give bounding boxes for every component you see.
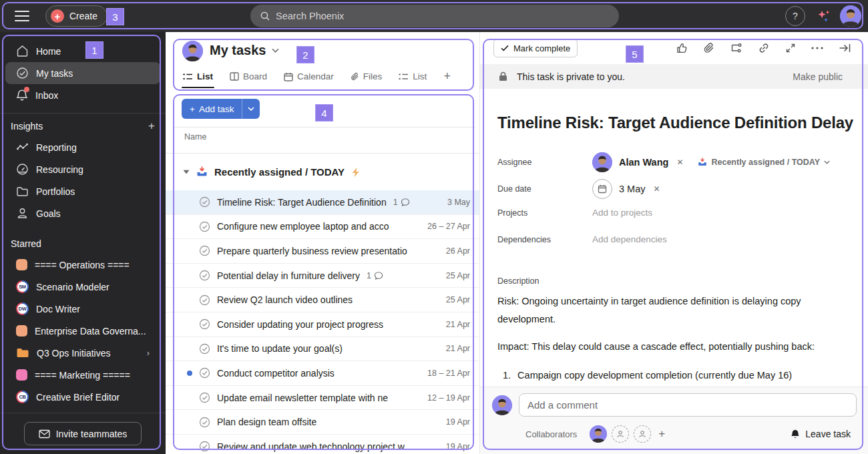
sidebar-item-operations[interactable]: ==== Operations ==== [5,254,160,276]
add-collaborator-button[interactable]: + [658,427,665,441]
task-title-heading[interactable]: Timeline Risk: Target Audience Definitio… [497,114,853,132]
task-row[interactable]: Conduct competitor analysis18 – 21 Apr [166,361,479,386]
add-to-projects-button[interactable]: Add to projects [592,208,652,218]
assignee-name[interactable]: Alan Wang [619,157,668,168]
search-bar[interactable] [250,5,619,27]
sidebar-item-portfolios[interactable]: Portfolios [5,180,160,202]
sidebar-item-marketing[interactable]: ==== Marketing ===== [5,364,160,386]
folder-icon [16,186,29,197]
sidebar-item-my-tasks[interactable]: My tasks [5,62,160,84]
task-row[interactable]: Consider updating your project progress2… [166,312,479,337]
make-public-button[interactable]: Make public [793,71,843,82]
create-button[interactable]: + Create [45,5,107,27]
task-check-circle-icon[interactable] [199,441,210,452]
remove-due-date-icon[interactable]: ✕ [652,184,662,194]
description-paragraph[interactable]: Impact: This delay could cause a cascade… [497,338,835,356]
task-row[interactable]: Prepare quarterly business review presen… [166,239,479,264]
task-row[interactable]: Potential delay in furniture delivery125… [166,264,479,288]
tab-board[interactable]: Board [230,71,267,88]
tab-calendar[interactable]: Calendar [284,71,334,88]
sidebar-item-scenario-modeler[interactable]: SMScenario Modeler [5,276,160,298]
user-avatar[interactable] [840,5,861,27]
task-title[interactable]: It's time to update your goal(s) [217,343,343,354]
leave-task-button[interactable]: Leave task [791,429,851,439]
task-check-circle-icon[interactable] [199,417,210,428]
task-title[interactable]: Plan design team offsite [217,417,316,427]
hamburger-menu-icon[interactable] [15,9,29,23]
sidebar-item-enterprise-data-governa[interactable]: Enterprise Data Governa... [5,320,160,342]
task-row[interactable]: It's time to update your goal(s)21 Apr [166,337,479,362]
description-list-item[interactable]: 1. Campaign copy development completion … [503,370,837,381]
like-thumbs-up-icon[interactable] [676,42,688,54]
task-title[interactable]: Review Q2 launch video outlines [217,294,353,305]
sidebar-item-doc-writer[interactable]: DWDoc Writer [5,298,160,320]
invite-teammates-button[interactable]: Invite teammates [24,422,142,445]
sidebar-item-goals[interactable]: Goals [5,202,160,224]
my-tasks-title[interactable]: My tasks [210,43,279,58]
task-title[interactable]: Update email newsletter template with ne [217,393,388,403]
inbox-tray-icon [698,158,707,167]
tab-list[interactable]: List [183,71,213,88]
task-check-circle-icon[interactable] [199,245,210,256]
tab-files[interactable]: Files [351,71,383,88]
task-title[interactable]: Potential delay in furniture delivery [217,270,360,281]
task-check-circle-icon[interactable] [199,294,210,306]
chevron-right-icon[interactable]: › [147,348,150,358]
remove-assignee-icon[interactable]: ✕ [675,158,684,167]
task-title[interactable]: Consider updating your project progress [217,319,383,330]
assignee-section-dropdown[interactable]: Recently assigned / TODAY [698,158,830,167]
sidebar-item-inbox[interactable]: Inbox [5,84,160,106]
sidebar-item-home[interactable]: Home [5,40,160,62]
sidebar-item-label: Scenario Modeler [36,282,110,292]
task-check-circle-icon[interactable] [199,392,210,403]
sidebar-item-creative-brief-editor[interactable]: CBCreative Brief Editor [5,386,160,408]
task-row[interactable]: Review and update web technology project… [166,435,479,454]
task-title[interactable]: Timeline Risk: Target Audience Definitio… [217,197,387,208]
mark-complete-button[interactable]: Mark complete [493,39,578,57]
task-title[interactable]: Conduct competitor analysis [217,368,335,379]
more-options-icon[interactable] [811,47,823,49]
task-check-circle-icon[interactable] [199,270,210,281]
task-check-circle-icon[interactable] [199,343,210,355]
tab-list[interactable]: List [399,71,427,88]
starred-section-header: Starred [0,234,166,254]
task-row[interactable]: Configure new employee laptop and accо26… [166,215,479,240]
task-check-circle-icon[interactable] [199,318,210,330]
attachment-paperclip-icon[interactable] [704,42,714,54]
calendar-icon[interactable] [592,179,612,199]
tab-label: Files [363,71,383,81]
task-title[interactable]: Configure new employee laptop and accо [217,221,389,232]
task-check-circle-icon[interactable] [199,367,210,379]
dependencies-label: Dependencies [497,235,592,244]
collaborator-avatar[interactable] [590,425,607,443]
add-dependencies-button[interactable]: Add dependencies [592,234,667,244]
task-row[interactable]: Timeline Risk: Target Audience Definitio… [166,190,479,215]
help-button[interactable]: ? [785,6,805,26]
task-title[interactable]: Prepare quarterly business review presen… [217,246,407,256]
search-input[interactable] [276,11,610,21]
subtasks-icon[interactable] [730,43,742,54]
due-date-value[interactable]: 3 May [619,184,646,194]
task-check-circle-icon[interactable] [199,196,210,208]
sidebar-item-resourcing[interactable]: Resourcing [5,158,160,180]
collapse-triangle-icon[interactable] [183,170,190,174]
insights-add-button[interactable]: + [148,120,155,133]
task-check-circle-icon[interactable] [199,221,210,232]
copy-link-icon[interactable] [758,42,770,54]
collapse-panel-icon[interactable] [839,43,851,53]
empty-collaborator-slot[interactable] [612,425,629,443]
comment-input[interactable] [519,393,857,417]
task-row[interactable]: Plan design team offsite19 Apr [166,410,479,435]
add-task-dropdown[interactable] [242,99,260,119]
add-tab-button[interactable]: + [443,69,451,90]
sidebar-item-reporting[interactable]: Reporting [5,136,160,158]
add-task-button[interactable]: +Add task [182,99,260,119]
sidebar-item-q3-ops-initiatives[interactable]: Q3 Ops Initiatives› [5,342,160,364]
task-row[interactable]: Review Q2 launch video outlines25 Apr [166,288,479,312]
task-row[interactable]: Update email newsletter template with ne… [166,386,479,411]
empty-collaborator-slot[interactable] [634,425,651,443]
expand-fullscreen-icon[interactable] [785,43,796,53]
description-paragraph[interactable]: Risk: Ongoing uncertainty in target audi… [497,292,835,328]
ai-sparkles-icon[interactable] [816,9,832,24]
task-title[interactable]: Review and update web technology project… [217,441,405,452]
